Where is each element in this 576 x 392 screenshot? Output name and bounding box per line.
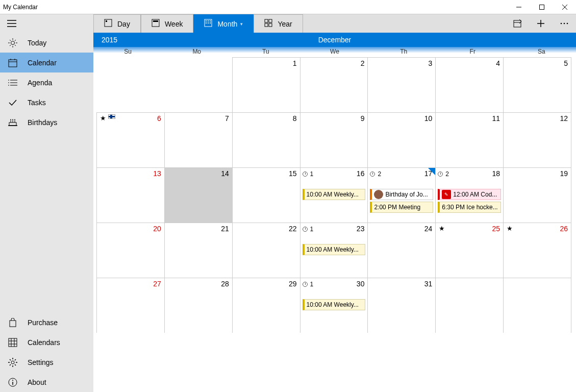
calendar-cell[interactable]: 11	[435, 112, 504, 168]
calendar-cell	[435, 278, 504, 333]
calendar-cell[interactable]: 2	[300, 57, 368, 113]
calendar-cell[interactable]: 7	[164, 112, 233, 168]
calendar-cell[interactable]: 28	[164, 278, 233, 333]
info-icon	[8, 378, 17, 387]
check-icon	[8, 99, 17, 106]
calendar-cell[interactable]: 25★	[435, 223, 504, 278]
sidebar-item-label: Calendar	[28, 59, 57, 67]
calendar-cell	[96, 333, 165, 388]
calendar-cell[interactable]: 16110:00 AM Weekly...	[300, 167, 368, 223]
sidebar-item-purchase[interactable]: Purchase	[0, 312, 93, 332]
calendar-cell[interactable]: 182✎12:00 AM Cod...6:30 PM Ice hocke...	[435, 167, 504, 223]
calendar-cell[interactable]: 26★	[503, 223, 571, 278]
sidebar-item-tasks[interactable]: Tasks	[0, 92, 93, 112]
calendar-event[interactable]: 6:30 PM Ice hocke...	[438, 202, 501, 213]
calendar-cell	[435, 333, 504, 388]
svg-rect-61	[208, 22, 209, 23]
view-day-button[interactable]: Day	[93, 14, 141, 33]
view-toolbar: Day Week Month ▾ Year	[93, 14, 576, 33]
calendar-cell[interactable]: 5	[503, 57, 571, 113]
day-number: 20	[153, 225, 161, 233]
svg-rect-53	[106, 20, 107, 22]
calendar-cell[interactable]: 30110:00 AM Weekly...	[300, 278, 368, 333]
flag-icon	[108, 114, 115, 119]
calendar-cell[interactable]: 23110:00 AM Weekly...	[300, 223, 368, 278]
svg-rect-55	[153, 20, 158, 22]
clock-icon	[303, 227, 308, 232]
day-number: 5	[564, 59, 568, 67]
today-marker	[428, 168, 435, 175]
calendar-icon	[8, 58, 17, 67]
calendar-cell[interactable]: 1	[232, 57, 300, 113]
window-minimize[interactable]	[507, 0, 530, 14]
calendar-cell[interactable]: 24	[367, 223, 436, 278]
event-label: Birthday of Jo...	[385, 191, 428, 198]
svg-point-50	[12, 380, 13, 381]
day-number: 18	[492, 169, 500, 178]
calendar-cell[interactable]: 15	[232, 167, 300, 223]
calendar-cell[interactable]: 13	[96, 167, 165, 223]
month-view-icon	[204, 19, 212, 29]
calendar-event[interactable]: 10:00 AM Weekly...	[303, 244, 366, 255]
calendar-cell[interactable]: 19	[503, 167, 571, 223]
view-week-button[interactable]: Week	[141, 14, 194, 33]
calendar-cell[interactable]: 22	[232, 223, 300, 278]
sidebar-item-agenda[interactable]: Agenda	[0, 72, 93, 92]
calendar-cell[interactable]: 172Birthday of Jo...2:00 PM Meeting	[367, 167, 436, 223]
calendar-event[interactable]: 10:00 AM Weekly...	[303, 189, 366, 200]
event-label: 10:00 AM Weekly...	[307, 191, 359, 198]
hamburger-button[interactable]	[0, 14, 93, 33]
calendar-event[interactable]: 10:00 AM Weekly...	[303, 299, 366, 310]
calendar-cell[interactable]: 29	[232, 278, 300, 333]
star-icon: ★	[439, 225, 445, 232]
calendar-event[interactable]: Birthday of Jo...	[370, 189, 433, 200]
calendar-event[interactable]: 2:00 PM Meeting	[370, 202, 433, 213]
sidebar-item-label: Calendars	[28, 338, 60, 347]
view-year-button[interactable]: Year	[254, 14, 303, 33]
goto-today-button[interactable]	[506, 14, 529, 33]
sidebar-item-about[interactable]: About	[0, 372, 93, 392]
window-close[interactable]	[553, 0, 576, 14]
calendar-cell[interactable]: 31	[367, 278, 436, 333]
svg-rect-1	[539, 5, 544, 9]
view-month-button[interactable]: Month ▾	[193, 14, 254, 33]
star-icon: ★	[100, 114, 106, 122]
calendar-cell[interactable]: 8	[232, 112, 300, 168]
svg-point-71	[561, 23, 562, 24]
calendar-cell[interactable]: 6★	[96, 112, 165, 168]
calendar-cell[interactable]: 9	[300, 112, 368, 168]
svg-point-72	[564, 23, 565, 24]
calendar-cell[interactable]: 4	[435, 57, 504, 113]
sidebar-item-today[interactable]: Today	[0, 33, 93, 53]
window-maximize[interactable]	[530, 0, 553, 14]
more-button[interactable]	[553, 14, 576, 33]
sidebar-item-birthdays[interactable]: Birthdays	[0, 112, 93, 132]
sidebar-item-settings[interactable]: Settings	[0, 352, 93, 372]
window-titlebar: My Calendar	[0, 0, 576, 14]
calendar-cell[interactable]: 21	[164, 223, 233, 278]
sidebar-item-calendar[interactable]: Calendar	[0, 53, 93, 72]
calendar-cell[interactable]: 10	[367, 112, 436, 168]
day-number: 9	[361, 114, 365, 122]
dow-we: We	[300, 47, 369, 57]
day-number: 22	[289, 225, 297, 233]
calendar-cell[interactable]: 20	[96, 223, 165, 278]
calendar-cell[interactable]: 14	[164, 167, 233, 223]
calendar-cell	[503, 278, 571, 333]
month-header[interactable]: 2015 December	[93, 33, 576, 47]
event-label: 12:00 AM Cod...	[453, 191, 497, 198]
calendar-cell[interactable]: 12	[503, 112, 571, 168]
day-number: 7	[225, 114, 229, 122]
day-view-icon	[104, 19, 112, 29]
dow-th: Th	[369, 47, 438, 57]
add-event-button[interactable]	[529, 14, 553, 33]
day-number: 3	[428, 59, 432, 67]
sidebar-item-calendars[interactable]: Calendars	[0, 332, 93, 352]
calendar-cell[interactable]: 3	[367, 57, 436, 113]
svg-line-47	[15, 359, 16, 360]
day-number: 28	[221, 280, 229, 288]
event-count: 2	[438, 169, 501, 179]
calendar-event[interactable]: ✎12:00 AM Cod...	[438, 189, 501, 200]
calendar-cell[interactable]: 27	[96, 278, 165, 333]
day-number: 30	[357, 280, 365, 288]
